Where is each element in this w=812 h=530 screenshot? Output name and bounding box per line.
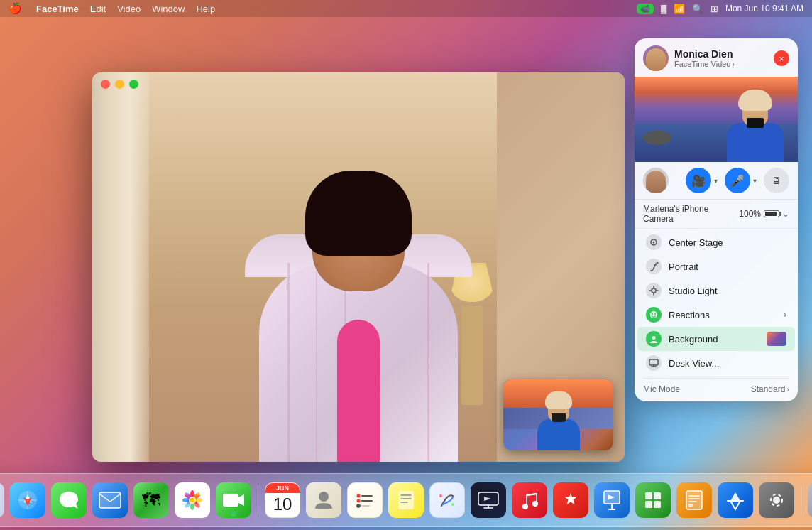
- curtain: [92, 72, 149, 462]
- svg-point-2: [652, 288, 656, 293]
- svg-point-54: [439, 494, 442, 497]
- preview-rock: [643, 131, 671, 145]
- dock-freeform[interactable]: [428, 481, 466, 519]
- svg-rect-11: [649, 359, 658, 365]
- svg-point-10: [652, 336, 656, 340]
- dock-messages[interactable]: [50, 481, 88, 519]
- dock-pages[interactable]: [675, 481, 713, 519]
- mail-icon: [92, 482, 128, 518]
- preview-self: [727, 80, 784, 162]
- battery-info: 100% ⌄: [739, 209, 789, 219]
- camera-name: Marlena's iPhone Camera: [643, 204, 739, 224]
- dock: 🙂: [0, 473, 812, 527]
- reactions-chevron: ›: [784, 310, 786, 320]
- menubar-right: 📹 ▓ 📶 🔍 ⊞ Mon Jun 10 9:41 AM: [637, 4, 803, 14]
- close-button[interactable]: [101, 80, 110, 89]
- menu-edit[interactable]: Edit: [90, 4, 106, 14]
- dock-launchpad[interactable]: [0, 481, 6, 519]
- camera-expand-chevron[interactable]: ⌄: [782, 209, 789, 219]
- screen-share-icon: 🖥: [772, 175, 781, 186]
- spotlight-icon[interactable]: 🔍: [692, 4, 703, 14]
- dock-facetime[interactable]: [214, 481, 253, 519]
- undershirt: [337, 320, 380, 462]
- dock-photos[interactable]: [173, 481, 212, 519]
- battery-percent-label: 100%: [739, 209, 761, 219]
- fullscreen-button[interactable]: [129, 80, 138, 89]
- mic-toggle-button[interactable]: 🎤: [725, 168, 750, 193]
- dock-music[interactable]: [510, 481, 549, 519]
- mic-icon: 🎤: [730, 174, 745, 188]
- window-controls[interactable]: [101, 80, 138, 89]
- menu-help[interactable]: Help: [196, 4, 215, 14]
- svg-point-40: [190, 498, 195, 503]
- dock-maps[interactable]: 🗺: [132, 481, 170, 519]
- portrait-label: Portrait: [669, 261, 786, 272]
- screen-share-button[interactable]: 🖥: [764, 168, 789, 193]
- app-name[interactable]: FaceTime: [36, 4, 79, 14]
- call-subtitle[interactable]: FaceTime Video ›: [674, 60, 768, 68]
- menu-item-reactions[interactable]: Reactions ›: [637, 303, 795, 327]
- menu-item-portrait[interactable]: 𝑓 Portrait: [637, 254, 795, 278]
- dock-tv[interactable]: [469, 481, 508, 519]
- video-chevron[interactable]: ▾: [714, 177, 718, 185]
- dock-system-settings[interactable]: [757, 481, 796, 519]
- video-toggle-button[interactable]: 🎥: [686, 168, 711, 193]
- dock-contacts[interactable]: [304, 481, 343, 519]
- background-icon: [646, 331, 662, 347]
- menu-item-center-stage[interactable]: Center Stage: [637, 230, 795, 254]
- self-view-preview[interactable]: [503, 379, 613, 450]
- avatar-icon: [646, 171, 666, 193]
- avatar-button[interactable]: [643, 168, 669, 193]
- menubar-left: 🍎 FaceTime Edit Video Window Help: [9, 2, 215, 15]
- contacts-icon: [306, 482, 341, 518]
- background-label: Background: [669, 334, 759, 345]
- system-settings-icon: [759, 482, 794, 518]
- svg-point-55: [451, 503, 454, 506]
- menu-item-studio-light[interactable]: Studio Light: [637, 278, 795, 303]
- dock-keynote[interactable]: [593, 481, 631, 519]
- menu-window[interactable]: Window: [152, 4, 185, 14]
- facetime-active-indicator: 📹: [637, 4, 654, 14]
- person-hair: [305, 171, 412, 256]
- dock-appstore[interactable]: [716, 481, 755, 519]
- mini-scarf: [552, 413, 566, 422]
- video-camera-icon: 🎥: [691, 174, 706, 188]
- svg-point-59: [522, 504, 528, 509]
- svg-point-9: [654, 313, 656, 315]
- center-stage-icon: [646, 234, 662, 250]
- apple-menu[interactable]: 🍎: [9, 2, 22, 15]
- minimize-button[interactable]: [115, 80, 124, 89]
- dock-calendar[interactable]: JUN 10: [263, 481, 302, 519]
- calendar-date-number: 10: [273, 494, 292, 515]
- svg-rect-70: [654, 501, 661, 508]
- control-center-icon[interactable]: ⊞: [710, 4, 718, 14]
- dock-notes[interactable]: [387, 481, 425, 519]
- dock-mail[interactable]: [91, 481, 129, 519]
- dock-numbers[interactable]: [634, 481, 672, 519]
- facetime-running-dot: [231, 511, 236, 517]
- numbers-icon: [635, 482, 671, 518]
- reactions-icon: [646, 307, 662, 323]
- dock-news[interactable]: [552, 481, 590, 519]
- svg-rect-68: [654, 492, 661, 499]
- preview-bg: [635, 77, 798, 162]
- portrait-icon: 𝑓: [646, 259, 662, 274]
- mic-mode-value[interactable]: Standard ›: [751, 384, 789, 394]
- dock-iphone-mirroring[interactable]: [806, 481, 812, 519]
- svg-rect-28: [99, 492, 121, 508]
- menu-item-desk-view[interactable]: Desk View...: [637, 351, 795, 375]
- desktop: Monica Dien FaceTime Video › ×: [0, 17, 812, 472]
- mic-mode-current: Standard: [751, 384, 786, 394]
- datetime-display: Mon Jun 10 9:41 AM: [725, 4, 803, 13]
- menu-video[interactable]: Video: [117, 4, 141, 14]
- close-panel-button[interactable]: ×: [774, 50, 789, 66]
- thumbnail-preview: [767, 332, 786, 346]
- dock-reminders[interactable]: [346, 481, 384, 519]
- mic-chevron[interactable]: ▾: [753, 177, 757, 185]
- mic-mode-row[interactable]: Mic Mode Standard ›: [635, 380, 798, 401]
- dock-safari[interactable]: [9, 481, 47, 519]
- menu-item-background[interactable]: Background: [637, 327, 795, 351]
- svg-point-8: [652, 313, 653, 315]
- preview-scarf: [747, 118, 764, 128]
- subtitle-arrow: ›: [732, 60, 734, 68]
